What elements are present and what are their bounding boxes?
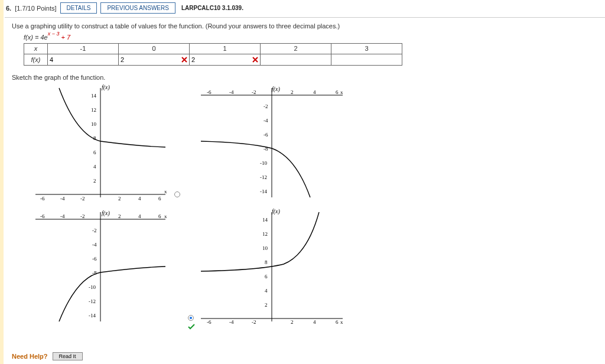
need-help-label: Need Help? (12, 353, 48, 360)
svg-text:-2: -2 (80, 213, 85, 219)
svg-text:4: 4 (313, 89, 316, 95)
x-val-4: 3 (331, 43, 402, 54)
svg-text:-2: -2 (264, 103, 268, 109)
svg-text:-6: -6 (40, 213, 45, 219)
svg-text:14: 14 (91, 93, 97, 99)
read-it-button[interactable]: Read It (53, 352, 83, 360)
radio-option-1[interactable] (174, 191, 180, 197)
svg-text:6: 6 (336, 89, 339, 95)
svg-text:2: 2 (265, 302, 268, 308)
svg-text:-14: -14 (260, 188, 267, 194)
svg-text:12: 12 (262, 231, 268, 237)
svg-text:x: x (340, 89, 343, 95)
radio-option-4[interactable] (188, 315, 194, 321)
x-header: x (24, 43, 48, 54)
svg-text:-12: -12 (89, 298, 96, 304)
details-button[interactable]: DETAILS (60, 2, 97, 14)
fx-header: f(x) (24, 54, 48, 65)
svg-text:10: 10 (262, 245, 268, 251)
svg-text:-4: -4 (264, 118, 268, 124)
svg-text:-2: -2 (92, 228, 97, 233)
svg-text:4: 4 (265, 288, 268, 294)
svg-text:4: 4 (93, 164, 96, 170)
x-val-1: 0 (119, 43, 190, 54)
previous-answers-button[interactable]: PREVIOUS ANSWERS (100, 2, 175, 14)
svg-text:14: 14 (262, 217, 268, 223)
svg-text:2: 2 (118, 196, 121, 200)
svg-text:2: 2 (93, 178, 96, 184)
svg-text:-2: -2 (252, 319, 256, 324)
svg-text:x: x (340, 319, 343, 324)
svg-text:-4: -4 (60, 196, 65, 200)
svg-text:f(x): f(x) (272, 208, 281, 215)
question-number: 6. (6, 5, 11, 12)
answer-input-0[interactable] (48, 54, 109, 65)
function-formula: f(x) = 4ex − 3 + 7 (24, 32, 605, 41)
svg-text:6: 6 (158, 196, 161, 200)
svg-text:x: x (164, 213, 167, 219)
x-val-0: -1 (48, 43, 119, 54)
values-table: x -1 0 1 2 3 f(x) (24, 43, 402, 66)
svg-text:4: 4 (313, 319, 316, 324)
graph-option-1[interactable]: f(x) x -6 -4 -2 2 4 6 2 4 6 8 10 12 14 (24, 82, 171, 200)
svg-text:f(x): f(x) (102, 210, 110, 217)
svg-text:-14: -14 (89, 313, 96, 318)
svg-text:-10: -10 (260, 160, 267, 166)
svg-text:2: 2 (291, 89, 294, 95)
svg-text:-6: -6 (207, 89, 212, 95)
svg-text:-6: -6 (40, 196, 45, 200)
svg-text:-6: -6 (92, 256, 97, 262)
mark-3 (321, 54, 331, 65)
svg-text:-4: -4 (60, 213, 65, 219)
svg-text:2: 2 (291, 319, 294, 324)
svg-text:-6: -6 (207, 319, 212, 324)
svg-text:-12: -12 (260, 174, 267, 180)
mark-0 (109, 54, 118, 65)
svg-text:-4: -4 (229, 89, 234, 95)
svg-text:x: x (164, 188, 167, 194)
svg-text:8: 8 (265, 259, 268, 265)
graph-option-4[interactable]: f(x) x -6 -4 -2 2 4 6 2 4 6 8 10 12 14 (189, 206, 349, 324)
answer-input-4[interactable] (331, 54, 392, 65)
answer-input-1[interactable] (119, 54, 180, 65)
source-ref: LARPCALC10 3.1.039. (181, 5, 243, 11)
mark-1-wrong-icon (180, 54, 189, 65)
svg-text:10: 10 (91, 121, 97, 127)
x-val-2: 1 (190, 43, 261, 54)
svg-text:-4: -4 (229, 319, 234, 324)
mark-4 (392, 54, 402, 65)
svg-text:6: 6 (93, 150, 96, 155)
answer-input-2[interactable] (190, 54, 251, 65)
svg-text:6: 6 (158, 213, 161, 219)
svg-text:-2: -2 (252, 89, 256, 95)
svg-text:12: 12 (91, 107, 96, 113)
svg-text:-6: -6 (264, 132, 268, 138)
svg-text:6: 6 (265, 274, 268, 280)
prompt-text: Use a graphing utility to construct a ta… (12, 22, 605, 30)
graph-option-2[interactable]: f(x) x -6 -4 -2 2 4 6 -2 -4 -6 -8 -10 -1… (189, 82, 349, 200)
svg-text:2: 2 (118, 213, 121, 219)
correct-check-icon (188, 323, 195, 332)
answer-input-3[interactable] (261, 54, 321, 65)
svg-text:-10: -10 (89, 284, 96, 290)
mark-2-wrong-icon (251, 54, 260, 65)
x-val-3: 2 (261, 43, 331, 54)
svg-text:f(x): f(x) (272, 86, 281, 93)
svg-text:-4: -4 (92, 242, 97, 248)
svg-text:-2: -2 (80, 196, 85, 200)
svg-text:4: 4 (138, 196, 141, 200)
svg-text:4: 4 (138, 213, 141, 219)
sketch-label: Sketch the graph of the function. (12, 74, 605, 81)
graph-option-3[interactable]: f(x) x -6 -4 -2 2 4 6 -2 -4 -6 -8 -10 -1… (24, 206, 171, 324)
svg-text:f(x): f(x) (102, 84, 110, 91)
svg-text:6: 6 (336, 319, 339, 324)
points: [1.7/10 Points] (15, 5, 56, 12)
